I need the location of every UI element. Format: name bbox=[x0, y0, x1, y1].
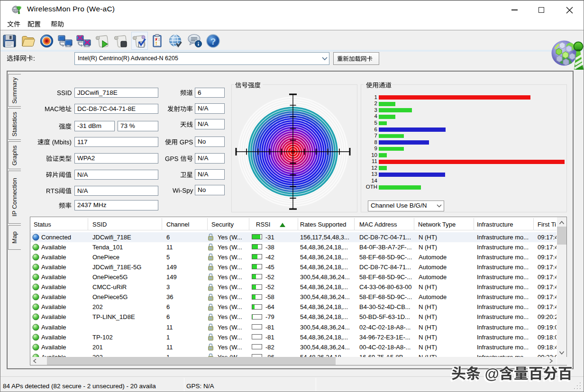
svg-text:?: ? bbox=[210, 36, 216, 46]
